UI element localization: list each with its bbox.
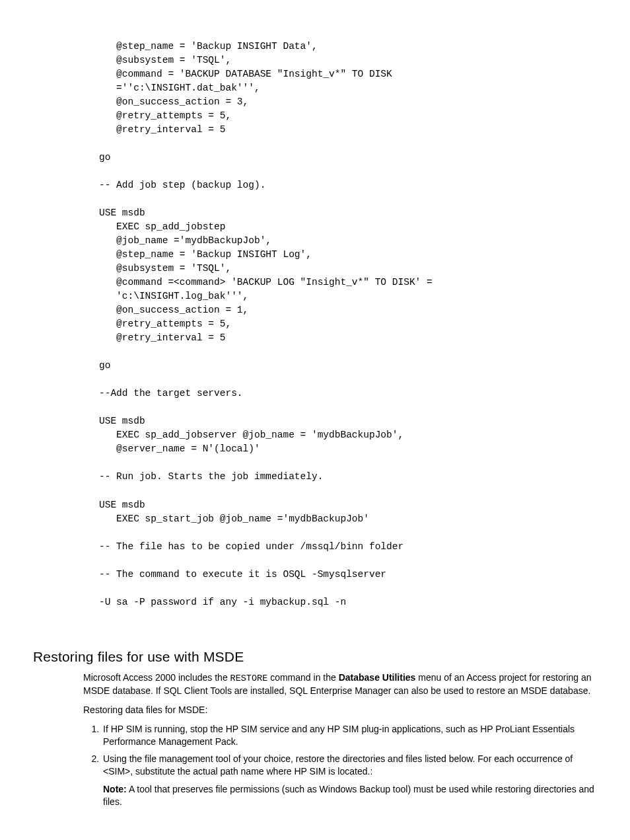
- bold-term: Database Utilities: [339, 672, 416, 683]
- ordered-steps: If HP SIM is running, stop the HP SIM se…: [83, 723, 597, 808]
- note-label: Note:: [103, 784, 127, 794]
- step-item: If HP SIM is running, stop the HP SIM se…: [102, 723, 597, 748]
- step-text: If HP SIM is running, stop the HP SIM se…: [103, 724, 575, 747]
- code-block: @step_name = 'Backup INSIGHT Data', @sub…: [99, 40, 597, 609]
- note-text: A tool that preserves file permissions (…: [103, 784, 594, 807]
- paragraph-intro: Microsoft Access 2000 includes the RESTO…: [83, 671, 597, 697]
- inline-code: RESTORE: [230, 673, 268, 683]
- text: Microsoft Access 2000 includes the: [83, 672, 230, 683]
- paragraph-subhead: Restoring data files for MSDE:: [83, 704, 597, 716]
- text: command in the: [267, 672, 338, 683]
- section-heading: Restoring files for use with MSDE: [33, 649, 597, 665]
- step-item: Using the file management tool of your c…: [102, 753, 597, 808]
- note: Note: A tool that preserves file permiss…: [103, 783, 597, 808]
- step-text: Using the file management tool of your c…: [103, 753, 573, 777]
